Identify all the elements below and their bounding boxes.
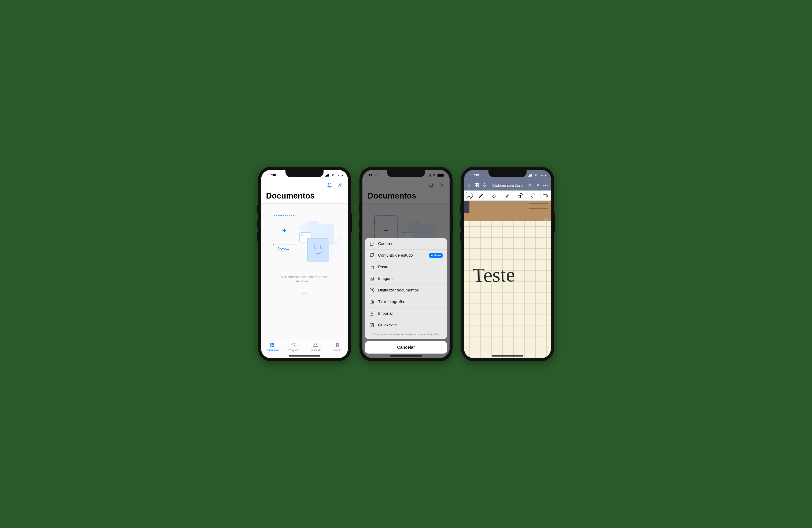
phone-notebook-editor: 11:39 92 Caderno sem título ••• (461, 167, 554, 361)
cancel-button[interactable]: Cancelar (365, 341, 447, 353)
pen-tool[interactable] (475, 193, 487, 198)
phone-documents: 11:38 93 Documentos ＋ (258, 167, 351, 361)
tab-documents[interactable]: Documentos (261, 340, 283, 354)
menu-item-folder[interactable]: Pasta (365, 261, 447, 273)
spinner-icon (302, 292, 307, 297)
status-time: 11:38 (267, 173, 276, 177)
shapes-tool[interactable] (514, 193, 526, 198)
cards-icon (369, 253, 374, 258)
menu-item-import[interactable]: Importar (365, 308, 447, 319)
svg-rect-17 (370, 254, 373, 257)
tool-more-button[interactable] (542, 193, 549, 198)
menu-item-notebook[interactable]: Caderno (365, 238, 447, 250)
svg-point-33 (547, 196, 548, 197)
sync-status-text: A sincronizar documentos através de iClo… (280, 274, 328, 284)
notebook-icon (369, 241, 374, 246)
tab-shared[interactable]: Partilhado (304, 340, 326, 354)
wifi-icon (534, 174, 538, 177)
plus-icon: ＋ (281, 225, 288, 235)
menu-item-quicknote[interactable]: QuickNote (365, 319, 447, 331)
tab-search[interactable]: Pesquisar (283, 340, 304, 354)
empty-illustration: ＋ + Novo… (273, 215, 336, 262)
toolbox-button[interactable] (466, 192, 474, 199)
svg-point-5 (292, 343, 295, 346)
svg-rect-30 (518, 195, 520, 198)
home-indicator[interactable] (390, 356, 422, 357)
more-button[interactable]: ••• (543, 184, 548, 187)
grid-button[interactable] (475, 183, 479, 188)
svg-point-6 (314, 343, 315, 345)
phone-new-menu: 11:38 93 Documentos ＋ Documentos Pesquis… (360, 167, 452, 361)
battery-icon: 93 (336, 174, 342, 177)
settings-icon (439, 182, 445, 188)
svg-rect-16 (370, 242, 373, 246)
back-button[interactable] (467, 183, 472, 188)
svg-rect-19 (370, 277, 374, 280)
drawing-toolbar (464, 191, 551, 201)
svg-point-31 (520, 193, 523, 196)
wifi-icon (331, 174, 335, 177)
battery-icon: 93 (437, 174, 444, 177)
svg-rect-24 (475, 183, 476, 185)
menu-item-image[interactable]: Imagem (365, 273, 447, 285)
people-icon (313, 342, 318, 348)
scan-icon (369, 288, 374, 293)
svg-point-7 (316, 343, 317, 345)
canvas[interactable]: Teste (464, 201, 551, 358)
new-action-sheet: Caderno Conjunto de estudo ✦Novo Pasta I… (365, 238, 447, 353)
status-time: 11:38 (368, 173, 377, 177)
mic-button[interactable] (482, 183, 487, 188)
lasso-tool[interactable] (527, 193, 539, 198)
new-document-button[interactable]: ＋ (273, 215, 296, 245)
home-indicator[interactable] (289, 356, 320, 357)
notebook-cover (464, 201, 551, 221)
svg-rect-4 (272, 346, 274, 347)
search-icon (291, 342, 296, 348)
plus-small-icon: + (298, 248, 300, 252)
svg-rect-21 (371, 289, 373, 291)
close-button[interactable] (536, 183, 540, 188)
tab-favorites[interactable]: Favoritos (326, 340, 348, 354)
paper-page[interactable]: Teste (464, 221, 551, 358)
signal-icon (427, 174, 431, 177)
notch (387, 170, 425, 177)
svg-rect-2 (272, 343, 274, 345)
camera-icon (369, 299, 374, 304)
svg-rect-25 (477, 183, 479, 185)
menu-item-photo[interactable]: Tirar fotografia (365, 296, 447, 308)
new-label[interactable]: Novo… (278, 247, 289, 251)
wifi-icon (432, 174, 436, 177)
signal-icon (528, 174, 533, 177)
page-title: Documentos (261, 191, 348, 203)
menu-item-scan[interactable]: Digitalizar documentos (365, 285, 447, 296)
signal-icon (325, 174, 330, 177)
svg-rect-28 (484, 183, 485, 186)
status-time: 11:39 (470, 173, 479, 177)
svg-point-32 (531, 194, 535, 197)
menu-item-study-set[interactable]: Conjunto de estudo ✦Novo (365, 250, 447, 261)
folder-icon (369, 265, 374, 270)
undo-button[interactable] (528, 183, 533, 188)
grid-icon (269, 342, 275, 348)
svg-point-8 (441, 184, 443, 186)
settings-icon[interactable] (337, 182, 343, 188)
home-indicator[interactable] (492, 356, 523, 357)
new-badge: ✦Novo (429, 253, 443, 258)
quicknote-icon (369, 322, 374, 328)
svg-rect-3 (270, 346, 272, 347)
svg-point-0 (339, 184, 341, 186)
page-title: Documentos (362, 191, 450, 203)
eraser-tool[interactable] (488, 193, 500, 198)
svg-rect-1 (270, 343, 272, 345)
svg-point-22 (371, 301, 373, 303)
svg-rect-27 (477, 186, 479, 187)
sheet-hint: Dica: toque duas vezes em "+" para criar… (365, 331, 447, 339)
handwriting-icon (466, 192, 474, 199)
sparkle-icon: ✦ (431, 254, 433, 257)
notifications-icon[interactable] (327, 182, 332, 188)
notch (489, 170, 526, 177)
svg-rect-18 (371, 254, 374, 256)
highlighter-tool[interactable] (502, 193, 513, 198)
battery-icon: 92 (539, 174, 545, 177)
document-title[interactable]: Caderno sem título (490, 183, 525, 188)
